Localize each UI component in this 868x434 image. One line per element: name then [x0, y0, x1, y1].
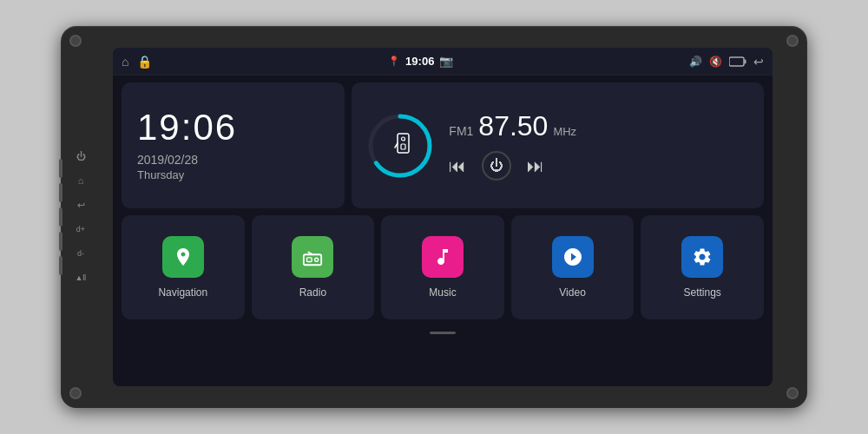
prev-button[interactable]: ⏮	[449, 156, 466, 176]
app-grid: Navigation Radio	[122, 215, 764, 319]
side-buttons	[59, 159, 62, 275]
camera-icon[interactable]: 📷	[439, 55, 453, 68]
radio-band: FM1	[449, 124, 473, 138]
page-indicator	[430, 332, 456, 334]
status-left: ⌂ 🔒	[122, 55, 152, 69]
status-right: 🔊 🔇 ↩	[689, 55, 764, 69]
app-radio[interactable]: Radio	[252, 215, 375, 319]
eject-icon[interactable]: ▲Ⅱ	[73, 270, 89, 286]
radio-unit: MHz	[553, 125, 576, 138]
status-bar: ⌂ 🔒 📍 19:06 📷 🔊 🔇 ↩	[113, 48, 773, 76]
app-navigation[interactable]: Navigation	[122, 215, 245, 319]
mute-icon[interactable]: 🔇	[709, 56, 722, 68]
side-btn-vol-down[interactable]	[59, 256, 62, 275]
status-time: 19:06	[405, 55, 434, 68]
radio-freq-row: FM1 87.50 MHz	[449, 110, 750, 142]
screw-bl	[69, 387, 82, 399]
screw-tl	[69, 35, 82, 47]
vol-up-icon[interactable]: d+	[73, 221, 89, 237]
svg-rect-1	[745, 59, 746, 63]
side-btn-power[interactable]	[59, 159, 62, 178]
side-btn-vol-up[interactable]	[59, 232, 62, 251]
power-icon[interactable]: ⏻	[73, 148, 89, 164]
home-status-icon[interactable]: ⌂	[122, 55, 128, 69]
svg-rect-5	[401, 144, 405, 149]
clock-card: 19:06 2019/02/28 Thursday	[122, 82, 345, 208]
radio-frequency: 87.50	[478, 110, 548, 142]
screen: ⌂ 🔒 📍 19:06 📷 🔊 🔇 ↩	[113, 48, 773, 386]
settings-label: Settings	[683, 286, 720, 299]
side-btn-back[interactable]	[59, 207, 62, 227]
navigation-icon-bg	[162, 236, 204, 278]
back-icon[interactable]: ↩	[73, 197, 89, 213]
radio-controls: ⏮ ⏻ ⏭	[449, 151, 750, 181]
side-btn-home[interactable]	[59, 183, 62, 202]
radio-icon	[389, 134, 411, 158]
bottom-indicator	[122, 326, 764, 339]
screw-br	[786, 387, 799, 399]
music-label: Music	[429, 286, 456, 299]
lock-status-icon: 🔒	[137, 55, 152, 69]
navigation-label: Navigation	[158, 286, 207, 299]
radio-info: FM1 87.50 MHz ⏮ ⏻ ⏭	[449, 110, 750, 181]
video-label: Video	[559, 286, 585, 299]
radio-label: Radio	[299, 286, 326, 299]
svg-rect-0	[729, 57, 744, 66]
screw-tr	[786, 35, 799, 47]
side-labels: ⏻ ⌂ ↩ d+ d- ▲Ⅱ	[73, 148, 89, 286]
music-icon-bg	[422, 236, 464, 278]
location-icon: 📍	[388, 56, 400, 67]
app-settings[interactable]: Settings	[641, 215, 764, 319]
radio-card: FM1 87.50 MHz ⏮ ⏻ ⏭	[352, 82, 764, 208]
battery-icon	[729, 56, 746, 67]
video-icon-bg	[552, 236, 594, 278]
svg-point-6	[402, 137, 405, 141]
svg-rect-9	[307, 258, 312, 262]
next-button[interactable]: ⏭	[527, 156, 544, 176]
main-content: 19:06 2019/02/28 Thursday	[113, 76, 773, 386]
app-music[interactable]: Music	[381, 215, 504, 319]
power-button[interactable]: ⏻	[482, 151, 511, 181]
vol-down-icon[interactable]: d-	[73, 246, 89, 261]
back-nav-icon[interactable]: ↩	[753, 55, 764, 69]
volume-icon[interactable]: 🔊	[689, 56, 702, 68]
home-icon[interactable]: ⌂	[73, 173, 89, 188]
radio-circle	[365, 111, 435, 181]
radio-icon-bg	[292, 236, 333, 278]
settings-icon-bg	[681, 236, 723, 278]
svg-point-10	[315, 258, 319, 261]
app-video[interactable]: Video	[511, 215, 635, 319]
clock-date: 2019/02/28	[137, 153, 329, 167]
clock-time: 19:06	[137, 109, 329, 146]
clock-day: Thursday	[137, 168, 329, 181]
status-center: 📍 19:06 📷	[388, 55, 453, 68]
top-row: 19:06 2019/02/28 Thursday	[122, 82, 764, 208]
device: ⏻ ⌂ ↩ d+ d- ▲Ⅱ ⌂ 🔒 📍 19:06 📷 🔊 🔇	[61, 26, 807, 408]
